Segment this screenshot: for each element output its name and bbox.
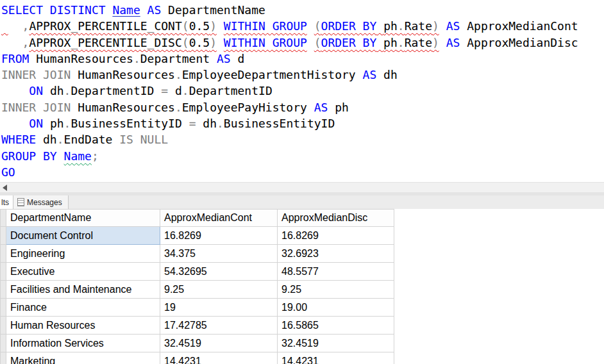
- table-row[interactable]: Human Resources17.4278516.5865: [1, 317, 394, 335]
- tab-messages[interactable]: Messages: [13, 195, 69, 209]
- cell[interactable]: 32.4519: [160, 335, 278, 352]
- row-selector[interactable]: [1, 245, 6, 263]
- cell[interactable]: 34.375: [160, 245, 278, 263]
- code-line: FROM HumanResources.Department AS d: [1, 51, 604, 67]
- results-tabstrip: lts Messages: [0, 195, 604, 209]
- cell[interactable]: 14.4231: [160, 352, 278, 364]
- row-selector[interactable]: [1, 281, 6, 299]
- cell[interactable]: 48.5577: [278, 263, 394, 281]
- cell[interactable]: 16.8269: [278, 227, 394, 245]
- table-row[interactable]: Document Control16.826916.8269: [1, 227, 394, 245]
- tab-results-label: lts: [1, 198, 9, 207]
- cell[interactable]: 17.42785: [160, 317, 278, 335]
- tab-messages-label: Messages: [27, 198, 62, 207]
- cell[interactable]: Engineering: [6, 245, 160, 263]
- sql-editor[interactable]: SELECT DISTINCT Name AS DepartmentName ,…: [0, 0, 604, 182]
- row-selector[interactable]: [1, 227, 6, 245]
- cell[interactable]: 9.25: [160, 281, 278, 299]
- table-row[interactable]: Engineering34.37532.6923: [1, 245, 394, 263]
- cell[interactable]: Marketing: [6, 352, 160, 364]
- row-selector-header[interactable]: [1, 210, 6, 227]
- cell[interactable]: 16.5865: [278, 317, 394, 335]
- cell[interactable]: 19: [160, 299, 278, 317]
- editor-horizontal-scrollbar[interactable]: [0, 182, 604, 192]
- cell[interactable]: 32.6923: [278, 245, 394, 263]
- cell[interactable]: Information Services: [6, 335, 160, 352]
- cell[interactable]: Document Control: [6, 227, 160, 245]
- code-line: GO: [1, 164, 604, 180]
- code-line: ,APPROX_PERCENTILE_CONT(0.5) WITHIN GROU…: [1, 18, 604, 34]
- cell[interactable]: 32.4519: [278, 335, 394, 352]
- code-line: WHERE dh.EndDate IS NULL: [1, 131, 604, 147]
- table-row[interactable]: Marketing14.423114.4231: [1, 352, 394, 364]
- table-row[interactable]: Facilities and Maintenance9.259.25: [1, 281, 394, 299]
- row-selector[interactable]: [1, 335, 6, 352]
- column-header[interactable]: DepartmentName: [6, 210, 160, 227]
- cell[interactable]: 14.4231: [278, 352, 394, 364]
- messages-icon: [17, 198, 24, 206]
- code-line: GROUP BY Name;: [1, 148, 604, 164]
- code-line: ON ph.BusinessEntityID = dh.BusinessEnti…: [1, 115, 604, 131]
- row-selector[interactable]: [1, 352, 6, 364]
- code-line: ,APPROX_PERCENTILE_DISC(0.5) WITHIN GROU…: [1, 35, 604, 51]
- column-header[interactable]: ApproxMedianDisc: [278, 210, 394, 227]
- scroll-left-arrow-icon[interactable]: [3, 185, 7, 191]
- cell[interactable]: Finance: [6, 299, 160, 317]
- code-line: INNER JOIN HumanResources.EmployeePayHis…: [1, 99, 604, 115]
- table-row[interactable]: Finance1919.00: [1, 299, 394, 317]
- cell[interactable]: Executive: [6, 263, 160, 281]
- results-grid: DepartmentNameApproxMedianContApproxMedi…: [0, 209, 604, 364]
- results-table: DepartmentNameApproxMedianContApproxMedi…: [0, 209, 394, 364]
- code-line: ON dh.DepartmentID = d.DepartmentID: [1, 83, 604, 99]
- tab-results-partial[interactable]: lts: [0, 195, 13, 209]
- cell[interactable]: 16.8269: [160, 227, 278, 245]
- table-row[interactable]: Executive54.3269548.5577: [1, 263, 394, 281]
- ssms-window: SELECT DISTINCT Name AS DepartmentName ,…: [0, 0, 604, 364]
- cell[interactable]: 9.25: [278, 281, 394, 299]
- column-header[interactable]: ApproxMedianCont: [160, 210, 278, 227]
- cell[interactable]: 54.32695: [160, 263, 278, 281]
- row-selector[interactable]: [1, 299, 6, 317]
- code-line: SELECT DISTINCT Name AS DepartmentName: [1, 2, 604, 18]
- row-selector[interactable]: [1, 317, 6, 335]
- cell[interactable]: 19.00: [278, 299, 394, 317]
- table-row[interactable]: Information Services32.451932.4519: [1, 335, 394, 352]
- cell[interactable]: Human Resources: [6, 317, 160, 335]
- code-line: INNER JOIN HumanResources.EmployeeDepart…: [1, 67, 604, 83]
- cell[interactable]: Facilities and Maintenance: [6, 281, 160, 299]
- row-selector[interactable]: [1, 263, 6, 281]
